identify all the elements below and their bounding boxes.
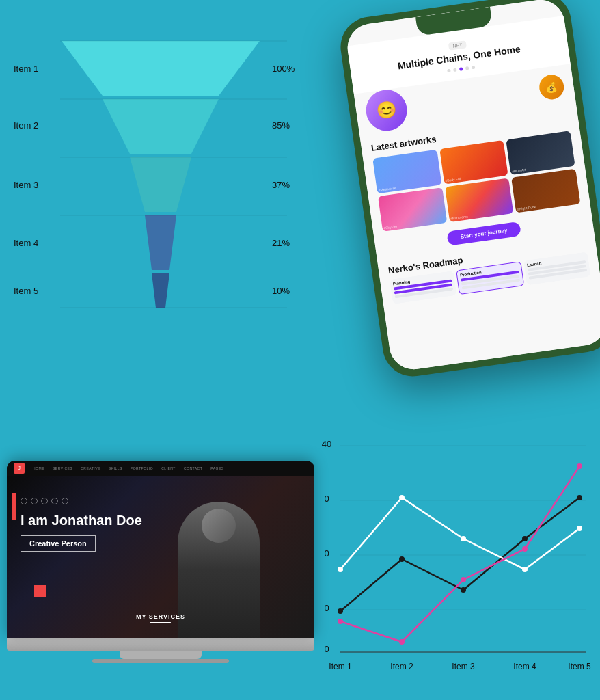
y-label-20: 0	[324, 548, 329, 558]
laptop-nav-skills: SKILLS	[109, 466, 122, 470]
point-white-1	[338, 567, 343, 572]
laptop-mockup: J HOME SERVICES CREATIVE SKILLS PORTFOLI…	[7, 461, 314, 679]
y-label-40: 40	[322, 439, 331, 449]
funnel-chart: Item 1 Item 2 Item 3 Item 4 Item 5 100% …	[7, 14, 301, 355]
y-label-0: 0	[324, 644, 329, 654]
funnel-label-1: Item 1	[14, 64, 38, 74]
y-label-30: 0	[324, 494, 329, 504]
artwork-label-2: #Body Full	[445, 176, 461, 183]
laptop-screen: J HOME SERVICES CREATIVE SKILLS PORTFOLI…	[7, 461, 314, 638]
laptop-nav: J HOME SERVICES CREATIVE SKILLS PORTFOLI…	[7, 461, 314, 476]
phone-outer: NFT Multiple Chains, One Home 😊 💰 Latest…	[337, 0, 600, 380]
artwork-label-3: #Blue Art	[512, 167, 526, 174]
phone-mockup: NFT Multiple Chains, One Home 😊 💰 Latest…	[337, 0, 600, 380]
laptop-hero-bg: I am Jonathan Doe Creative Person MY SER…	[7, 476, 314, 638]
line-chart: 40 0 0 0 0 Item 1 Item 2 Item 3 Item 4 I…	[306, 427, 593, 686]
laptop-orange-square	[34, 585, 46, 597]
artwork-label-4: #SkyFire	[383, 224, 397, 230]
funnel-segment-1	[62, 41, 260, 96]
x-label-4: Item 4	[513, 662, 536, 671]
laptop-base	[7, 638, 314, 651]
laptop-dot	[41, 498, 48, 504]
laptop-services-title: MY SERVICES	[136, 613, 185, 620]
laptop-nav-services: SERVICES	[53, 466, 72, 470]
laptop-hero-content: I am Jonathan Doe Creative Person	[21, 496, 142, 561]
laptop-dot	[31, 498, 38, 504]
point-white-3	[461, 536, 466, 541]
funnel-segment-5	[152, 273, 169, 308]
funnel-pct-5: 10%	[272, 286, 290, 296]
laptop-nav-contact: CONTACT	[184, 466, 202, 470]
artwork-3: #Blue Art	[506, 131, 575, 175]
hero-coin: 💰	[538, 73, 566, 101]
funnel-pct-1: 100%	[272, 64, 295, 74]
laptop-orange-bar	[12, 493, 16, 520]
artwork-2: #Body Full	[439, 140, 508, 185]
x-label-1: Item 1	[329, 662, 352, 671]
laptop-nav-client: CLIENT	[161, 466, 176, 470]
x-label-5: Item 5	[568, 662, 591, 671]
point-black-5	[577, 495, 582, 500]
artwork-label-6: #Night Punk	[517, 204, 536, 211]
funnel-label-4: Item 4	[14, 238, 38, 248]
artwork-label-1: #Metaverse	[378, 185, 396, 192]
line-series-white	[340, 498, 579, 569]
point-white-4	[522, 567, 528, 572]
laptop-hero-subtitle: Creative Person	[21, 535, 96, 552]
point-black-1	[338, 608, 343, 614]
point-black-3	[461, 587, 466, 593]
laptop-dots-row	[21, 498, 142, 504]
line-series-pink	[340, 466, 579, 642]
point-white-5	[577, 526, 582, 531]
phone-inner: NFT Multiple Chains, One Home 😊 💰 Latest…	[344, 0, 600, 373]
laptop-nav-creative: CREATIVE	[81, 466, 100, 470]
artwork-label-5: #Panorama	[450, 214, 468, 221]
phone-dot	[471, 66, 475, 70]
laptop-stand	[120, 651, 202, 659]
laptop-dot	[21, 498, 27, 504]
point-pink-1	[338, 619, 343, 624]
point-pink-3	[461, 577, 466, 582]
point-pink-4	[522, 546, 528, 552]
point-black-4	[522, 536, 528, 541]
phone-dot-active	[459, 67, 463, 71]
point-pink-5	[577, 463, 582, 469]
laptop-hero-name: I am Jonathan Doe	[21, 513, 142, 528]
laptop-dot	[62, 498, 68, 504]
artwork-6: #Night Punk	[511, 169, 580, 213]
laptop-services-line	[150, 622, 171, 623]
funnel-segment-3	[130, 157, 191, 212]
funnel-pct-2: 85%	[272, 120, 290, 131]
artwork-5: #Panorama	[445, 178, 514, 222]
funnel-pct-4: 21%	[272, 238, 290, 248]
artwork-1: #Metaverse	[372, 150, 441, 194]
laptop-person	[178, 502, 260, 638]
phone-dot	[465, 66, 469, 70]
phone-dot	[447, 69, 451, 73]
funnel-label-2: Item 2	[14, 120, 38, 131]
roadmap-step-planning: Planning	[390, 271, 456, 304]
funnel-label-3: Item 3	[14, 180, 38, 190]
funnel-segment-2	[103, 99, 219, 154]
hero-badge: 😊	[364, 87, 410, 133]
laptop-foot	[92, 659, 229, 663]
line-chart-svg: 40 0 0 0 0 Item 1 Item 2 Item 3 Item 4 I…	[306, 427, 593, 686]
y-label-10: 0	[324, 603, 329, 613]
phone-dot	[453, 68, 457, 72]
laptop-services: MY SERVICES	[136, 613, 185, 628]
x-label-2: Item 2	[390, 662, 413, 671]
point-white-2	[399, 495, 405, 500]
funnel-pct-3: 37%	[272, 180, 290, 190]
laptop-dot	[51, 498, 58, 504]
laptop-nav-portfolio: PORTFOLIO	[131, 466, 153, 470]
point-black-2	[399, 556, 405, 562]
funnel-label-5: Item 5	[14, 286, 38, 296]
roadmap-step-production: Production	[456, 261, 524, 295]
point-pink-2	[399, 639, 405, 645]
funnel-segment-4	[145, 215, 176, 270]
roadmap-step-launch: Launch	[523, 252, 590, 285]
laptop-nav-pages: PAGES	[210, 466, 223, 470]
artwork-4: #SkyFire	[378, 187, 447, 232]
laptop-nav-home: HOME	[33, 466, 44, 470]
laptop-logo: J	[14, 463, 25, 474]
